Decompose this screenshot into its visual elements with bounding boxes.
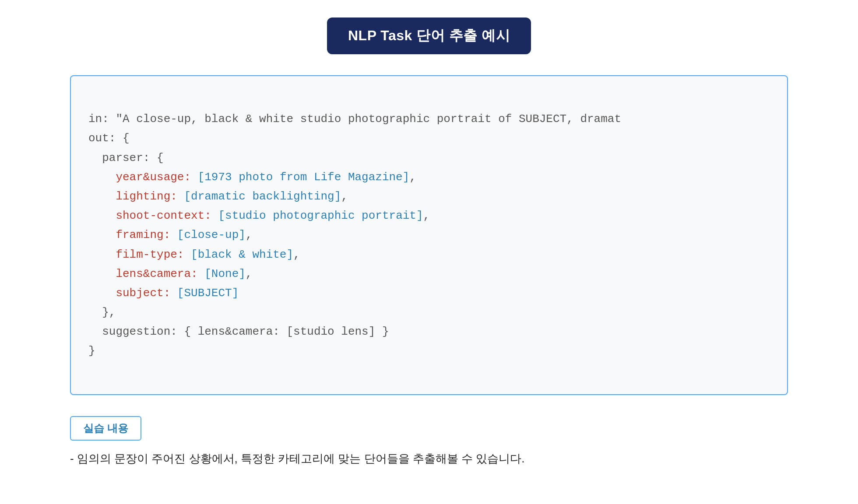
practice-badge[interactable]: 실습 내용 bbox=[70, 416, 141, 441]
practice-description: - 임의의 문장이 주어진 상황에서, 특정한 카테고리에 맞는 단어들을 추출… bbox=[70, 451, 525, 466]
code-shoot-line: shoot-context: [studio photographic port… bbox=[88, 209, 430, 222]
code-block-container: in: "A close-up, black & white studio ph… bbox=[70, 75, 788, 395]
code-subject-line: subject: [SUBJECT] bbox=[88, 287, 239, 300]
code-lighting-line: lighting: [dramatic backlighting], bbox=[88, 190, 348, 203]
code-out-close: } bbox=[88, 344, 95, 357]
code-out-open: out: { bbox=[88, 132, 130, 145]
code-parser-open: parser: { bbox=[88, 151, 164, 164]
code-suggestion-line: suggestion: { lens&camera: [studio lens]… bbox=[88, 325, 389, 338]
code-parser-close: }, bbox=[88, 306, 116, 319]
code-year-line: year&usage: [1973 photo from Life Magazi… bbox=[88, 171, 416, 184]
code-input-line: in: "A close-up, black & white studio ph… bbox=[88, 112, 621, 126]
code-lens-line: lens&camera: [None], bbox=[88, 267, 252, 280]
code-film-line: film-type: [black & white], bbox=[88, 248, 300, 261]
code-framing-line: framing: [close-up], bbox=[88, 228, 252, 242]
code-block: in: "A close-up, black & white studio ph… bbox=[71, 90, 787, 380]
page-title: NLP Task 단어 추출 예시 bbox=[327, 18, 531, 54]
